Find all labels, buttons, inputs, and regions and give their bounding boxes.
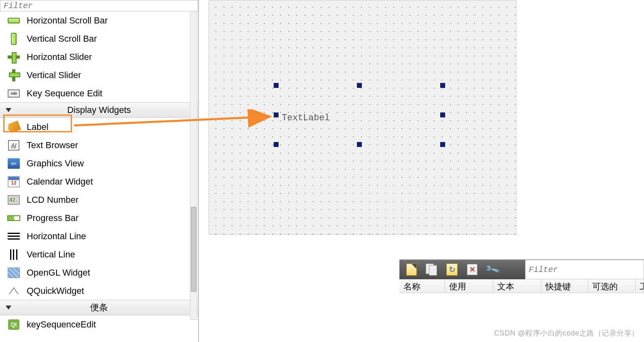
new-action-icon[interactable] [405, 263, 418, 276]
action-filter-wrap [525, 260, 644, 279]
widget-item-opengl-widget[interactable]: OpenGL Widget [0, 263, 198, 282]
refresh-action-icon[interactable]: ↻ [446, 263, 458, 276]
widget-label: Horizontal Scroll Bar [27, 15, 108, 26]
widget-label: keySequenceEdit [27, 319, 96, 330]
widget-item-horizontal-scroll-bar[interactable]: Horizontal Scroll Bar [0, 11, 198, 30]
widget-item-vertical-slider[interactable]: Vertical Slider [0, 66, 198, 84]
widget-label: Horizontal Slider [27, 52, 92, 62]
widget-item-horizontal-slider[interactable]: Horizontal Slider [0, 48, 198, 66]
widget-label: Vertical Line [27, 249, 75, 260]
widget-item-lcd-number[interactable]: 42. LCD Number [0, 191, 198, 209]
calendar-icon [6, 174, 21, 189]
column-tooltip[interactable]: 工具提 [636, 279, 644, 293]
delete-action-icon[interactable]: ✕ [466, 263, 479, 276]
widget-item-vertical-line[interactable]: Vertical Line [0, 245, 198, 263]
category-scratch[interactable]: 便条 [0, 300, 198, 315]
vertical-line-icon [6, 247, 21, 262]
resize-handle-icon[interactable] [440, 113, 445, 117]
horizontal-scroll-bar-icon [6, 13, 21, 28]
form-canvas[interactable]: TextLabel [209, 0, 517, 235]
qt-icon: Qt [6, 317, 21, 332]
progress-bar-icon [6, 211, 21, 225]
resize-handle-icon[interactable] [274, 113, 279, 117]
copy-action-icon[interactable] [425, 263, 438, 276]
widget-label: Progress Bar [27, 213, 78, 223]
widget-item-label[interactable]: Label [0, 118, 198, 136]
widget-label: OpenGL Widget [27, 268, 90, 278]
opengl-widget-icon [6, 266, 21, 280]
column-shortcut[interactable]: 快捷键 [541, 279, 589, 293]
vertical-scroll-bar-icon [6, 32, 21, 46]
scrollbar-thumb[interactable] [191, 207, 196, 292]
widget-item-keysequenceedit[interactable]: Qt keySequenceEdit [0, 315, 198, 334]
resize-handle-icon[interactable] [357, 83, 362, 88]
widget-label: Calendar Widget [27, 176, 93, 187]
watermark-text: CSDN @程序小白的code之路（记录分享） [494, 328, 639, 338]
label-icon [6, 120, 21, 134]
label-widget-text: TextLabel [282, 113, 330, 123]
widget-list: Horizontal Scroll Bar Vertical Scroll Ba… [0, 11, 198, 342]
horizontal-slider-icon [6, 50, 21, 64]
widget-label: Graphics View [27, 158, 84, 169]
resize-handle-icon[interactable] [274, 83, 279, 88]
widget-item-text-browser[interactable]: AI Text Browser [0, 136, 198, 154]
widget-item-key-sequence-edit[interactable]: ABI Key Sequence Edit [0, 84, 198, 102]
column-used[interactable]: 使用 [445, 279, 493, 293]
widget-label: LCD Number [27, 195, 78, 205]
lcd-number-icon: 42. [6, 193, 21, 207]
qquickwidget-icon [6, 284, 21, 298]
vertical-slider-icon [6, 68, 21, 83]
resize-handle-icon[interactable] [440, 142, 445, 147]
widget-item-horizontal-line[interactable]: Horizontal Line [0, 227, 198, 245]
form-designer-area: TextLabel ↻ ✕ 🔧 名称 使用 文本 快捷键 可选的 工具提 [200, 0, 644, 342]
category-label: Display Widgets [67, 105, 131, 115]
widget-label: QQuickWidget [27, 286, 84, 296]
widget-box-panel: Horizontal Scroll Bar Vertical Scroll Ba… [0, 0, 199, 342]
configure-icon[interactable]: 🔧 [486, 263, 499, 276]
column-checkable[interactable]: 可选的 [588, 279, 636, 293]
action-toolbar: ↻ ✕ 🔧 [399, 260, 644, 279]
key-sequence-edit-icon: ABI [6, 86, 21, 101]
graphics-view-icon: abc [6, 156, 21, 171]
column-text[interactable]: 文本 [493, 279, 541, 293]
widget-label: Key Sequence Edit [27, 88, 102, 99]
widget-label: Horizontal Line [27, 231, 86, 242]
widget-item-vertical-scroll-bar[interactable]: Vertical Scroll Bar [0, 30, 198, 48]
widget-label: Label [27, 122, 49, 132]
widget-item-calendar-widget[interactable]: Calendar Widget [0, 172, 198, 191]
widget-label: Text Browser [27, 140, 78, 151]
resize-handle-icon[interactable] [357, 142, 362, 147]
widget-item-graphics-view[interactable]: abc Graphics View [0, 154, 198, 172]
widget-item-qquickwidget[interactable]: QQuickWidget [0, 282, 198, 300]
category-label: 便条 [90, 302, 108, 314]
resize-handle-icon[interactable] [274, 142, 279, 147]
widget-label: Vertical Scroll Bar [27, 34, 97, 44]
category-display-widgets[interactable]: Display Widgets [0, 102, 198, 118]
collapse-triangle-icon [6, 306, 11, 310]
widget-filter-input[interactable] [0, 0, 198, 11]
widget-item-progress-bar[interactable]: Progress Bar [0, 209, 198, 227]
collapse-triangle-icon [6, 108, 11, 112]
action-filter-input[interactable] [529, 265, 640, 274]
horizontal-line-icon [6, 229, 21, 244]
column-name[interactable]: 名称 [399, 279, 445, 293]
action-table-header: 名称 使用 文本 快捷键 可选的 工具提 [399, 279, 644, 293]
resize-handle-icon[interactable] [440, 83, 445, 88]
text-browser-icon: AI [6, 138, 21, 153]
widget-label: Vertical Slider [27, 70, 81, 81]
widget-list-scrollbar[interactable] [190, 12, 197, 320]
